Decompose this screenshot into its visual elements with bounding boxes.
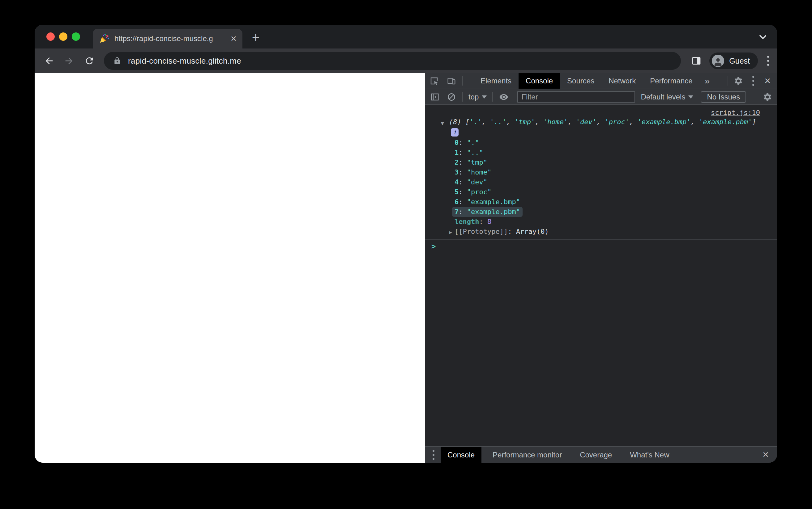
browser-menu-button[interactable] [766,55,770,67]
live-expression-eye-icon[interactable] [499,92,508,102]
evaluated-info-badge[interactable]: i [451,128,459,137]
preview-item: 'dev' [576,118,596,126]
context-selector[interactable]: top [468,93,487,101]
prototype-value: Array(0) [516,228,549,235]
tab-strip: https://rapid-concise-muscle.g ✕ + [35,25,777,48]
side-panel-button[interactable] [691,56,701,66]
entry-value: "example.pbm" [467,208,520,215]
close-window-button[interactable] [46,32,55,41]
issues-label: No Issues [707,93,740,101]
devtools-tab-performance[interactable]: Performance [643,73,699,89]
entry-index: 7 [455,208,459,215]
array-entry-row[interactable]: 5: "proc" [455,187,760,197]
tab-overflow-chevron-icon[interactable] [757,32,769,43]
back-button[interactable] [44,56,55,66]
console-filter-input[interactable] [517,92,635,103]
source-link[interactable]: script.js:10 [449,108,760,117]
item-separator: , [596,118,605,126]
devtools-tabs: ElementsConsoleSourcesNetworkPerformance [473,73,700,89]
console-messages: script.js:10 ▼ (8) ['.', '..', 'tmp', 'h… [425,105,777,446]
entry-index: 0 [455,139,459,146]
length-value: 8 [487,218,491,226]
devtools-menu-button[interactable] [751,75,755,87]
log-levels-dropdown[interactable]: Default levels [641,93,693,101]
tab-close-icon[interactable]: ✕ [230,35,237,43]
new-tab-button[interactable]: + [249,32,262,45]
drawer-tab-console[interactable]: Console [441,447,481,463]
clear-console-icon[interactable] [447,92,456,102]
drawer-menu-button[interactable] [431,449,436,461]
drawer-tab-performance-monitor[interactable]: Performance monitor [486,447,569,463]
array-entry-row[interactable]: 0: "." [455,138,760,148]
entry-value: ".." [467,148,483,156]
divider [462,76,463,86]
array-entry-row[interactable]: 6: "example.bmp" [455,197,760,207]
browser-tab[interactable]: https://rapid-concise-muscle.g ✕ [93,29,243,48]
entry-index: 1 [455,148,459,156]
preview-item: '..' [490,118,506,126]
array-entry: 3: "home" [452,167,494,177]
browser-window: https://rapid-concise-muscle.g ✕ + rapid… [35,25,777,463]
preview-item: 'example.bmp' [637,118,690,126]
zoom-window-button[interactable] [72,32,80,41]
more-tabs-button[interactable]: » [700,76,715,86]
array-entries: 0: "."1: ".."2: "tmp"3: "home"4: "dev"5:… [449,138,760,217]
issues-counter[interactable]: No Issues [701,91,746,103]
profile-button[interactable]: Guest [709,53,758,69]
preview-item: 'proc' [604,118,629,126]
expanded-triangle-icon[interactable]: ▼ [441,119,444,128]
item-separator: , [482,118,490,126]
entry-value: "dev" [467,178,487,186]
entry-colon: : [459,168,467,176]
drawer-tab-what-s-new[interactable]: What's New [623,447,676,463]
tab-title: https://rapid-concise-muscle.g [115,34,223,43]
divider [727,76,728,86]
prototype-row[interactable]: ▶[[Prototype]]: Array(0) [449,227,760,237]
url-bar[interactable]: rapid-concise-muscle.glitch.me [104,52,681,70]
item-separator: , [691,118,699,126]
entry-index: 3 [455,168,459,176]
devtools-tab-elements[interactable]: Elements [473,73,519,89]
reload-button[interactable] [84,56,95,66]
entry-value: "tmp" [467,159,487,166]
url-text: rapid-concise-muscle.glitch.me [128,56,241,66]
console-prompt[interactable]: > [425,240,777,251]
console-settings-gear-icon[interactable] [763,92,772,102]
minimize-window-button[interactable] [59,32,67,41]
devtools-close-button[interactable]: ✕ [763,76,772,86]
preview-item: 'example.pbm' [699,118,752,126]
drawer-tab-coverage[interactable]: Coverage [573,447,619,463]
array-entry-row[interactable]: 2: "tmp" [455,158,760,167]
entry-colon: : [459,188,467,196]
devtools-tabbar: ElementsConsoleSourcesNetworkPerformance… [425,73,777,89]
traffic-lights [46,32,80,41]
device-toolbar-icon[interactable] [447,76,456,86]
bracket-open: [ [465,118,469,126]
devtools-drawer: ConsolePerformance monitorCoverageWhat's… [425,446,777,463]
array-entry: 1: ".." [452,148,486,158]
array-entry-row[interactable]: 1: ".." [455,148,760,158]
array-entry: 6: "example.bmp" [452,197,523,207]
devtools-tab-console[interactable]: Console [519,73,560,89]
collapsed-triangle-icon[interactable]: ▶ [449,230,452,235]
array-entry: 7: "example.pbm" [452,207,523,217]
forward-button[interactable] [64,56,74,66]
devtools-tab-sources[interactable]: Sources [560,73,601,89]
array-entry-row[interactable]: 4: "dev" [455,177,760,187]
profile-name: Guest [729,57,750,66]
array-entry: 5: "proc" [452,187,494,197]
drawer-close-button[interactable]: ✕ [761,450,770,460]
prototype-key: [[Prototype]] [455,228,508,235]
inspect-element-icon[interactable] [430,76,439,86]
item-separator: , [629,118,637,126]
array-entry-row[interactable]: 7: "example.pbm" [455,207,760,217]
array-preview[interactable]: ▼ (8) ['.', '..', 'tmp', 'home', 'dev', … [449,117,760,127]
window-content: ElementsConsoleSourcesNetworkPerformance… [35,73,777,463]
devtools-tab-network[interactable]: Network [601,73,643,89]
item-separator: , [506,118,514,126]
array-entry-row[interactable]: 3: "home" [455,167,760,177]
console-sidebar-toggle-icon[interactable] [430,92,439,102]
settings-gear-icon[interactable] [734,76,743,86]
entry-colon: : [459,198,467,206]
entry-value: "home" [467,168,491,176]
